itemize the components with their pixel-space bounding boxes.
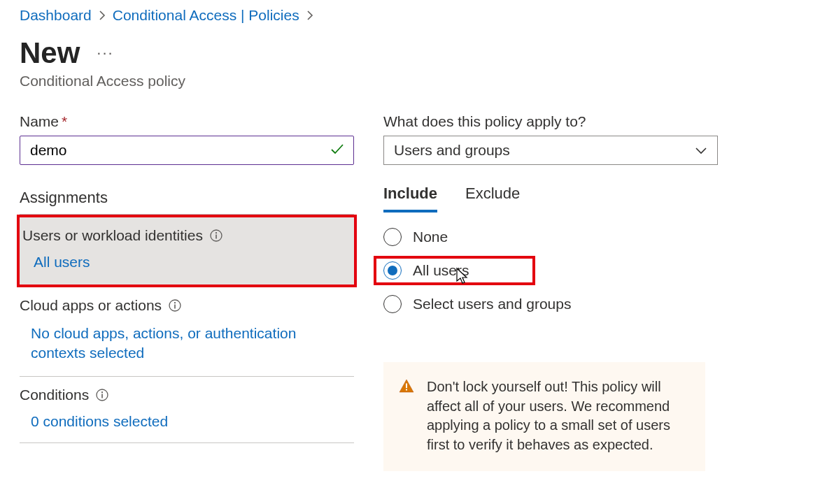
radio-select-users[interactable]: Select users and groups xyxy=(383,295,719,313)
include-exclude-tabs: Include Exclude xyxy=(383,180,719,213)
info-icon[interactable] xyxy=(169,299,181,312)
info-icon[interactable] xyxy=(210,229,222,242)
breadcrumb: Dashboard Conditional Access | Policies xyxy=(0,0,813,25)
radio-none[interactable]: None xyxy=(383,228,719,246)
svg-point-4 xyxy=(174,302,176,303)
include-radio-group: None All users Select users and groups xyxy=(383,228,719,313)
svg-rect-10 xyxy=(406,389,407,391)
assignment-conditions[interactable]: Conditions 0 conditions selected xyxy=(20,377,354,443)
chevron-right-icon xyxy=(306,10,313,20)
tab-exclude[interactable]: Exclude xyxy=(465,180,520,213)
breadcrumb-conditional-access[interactable]: Conditional Access | Policies xyxy=(113,7,299,24)
checkmark-icon xyxy=(330,141,345,159)
warning-icon xyxy=(399,379,414,454)
radio-select-users-label: Select users and groups xyxy=(413,296,571,312)
apply-to-dropdown-value: Users and groups xyxy=(394,142,510,159)
svg-point-1 xyxy=(215,232,217,233)
page-title: New xyxy=(20,36,80,70)
assignment-users-label: Users or workload identities xyxy=(22,227,203,244)
svg-rect-9 xyxy=(406,384,407,389)
assignment-conditions-value[interactable]: 0 conditions selected xyxy=(31,413,354,430)
info-icon[interactable] xyxy=(96,389,108,401)
radio-none-label: None xyxy=(413,229,448,245)
name-input-wrapper xyxy=(20,136,354,165)
warning-callout: Don't lock yourself out! This policy wil… xyxy=(383,362,705,471)
svg-point-7 xyxy=(101,391,103,393)
svg-rect-8 xyxy=(101,394,103,398)
svg-rect-2 xyxy=(215,235,217,239)
breadcrumb-dashboard[interactable]: Dashboard xyxy=(20,7,92,24)
chevron-down-icon xyxy=(695,142,707,159)
assignment-cloud-apps-value[interactable]: No cloud apps, actions, or authenticatio… xyxy=(31,324,354,363)
radio-all-users-label: All users xyxy=(413,262,469,279)
tab-include[interactable]: Include xyxy=(383,180,437,213)
page-subtitle: Conditional Access policy xyxy=(0,70,813,89)
assignment-cloud-apps-label: Cloud apps or actions xyxy=(20,297,162,314)
svg-rect-5 xyxy=(174,305,176,309)
assignments-heading: Assignments xyxy=(20,189,354,215)
assignment-users-value[interactable]: All users xyxy=(34,254,348,271)
required-asterisk: * xyxy=(62,113,67,129)
warning-text: Don't lock yourself out! This policy wil… xyxy=(427,377,686,454)
assignment-conditions-label: Conditions xyxy=(20,387,89,403)
apply-to-dropdown[interactable]: Users and groups xyxy=(383,136,718,165)
radio-all-users[interactable]: All users xyxy=(374,256,535,285)
name-label: Name* xyxy=(20,113,354,130)
assignment-cloud-apps[interactable]: Cloud apps or actions No cloud apps, act… xyxy=(20,287,354,377)
apply-to-label: What does this policy apply to? xyxy=(383,113,719,130)
assignment-users[interactable]: Users or workload identities All users xyxy=(17,215,357,287)
more-actions-button[interactable]: ··· xyxy=(97,44,113,62)
chevron-right-icon xyxy=(99,10,106,20)
name-input[interactable] xyxy=(20,136,353,164)
